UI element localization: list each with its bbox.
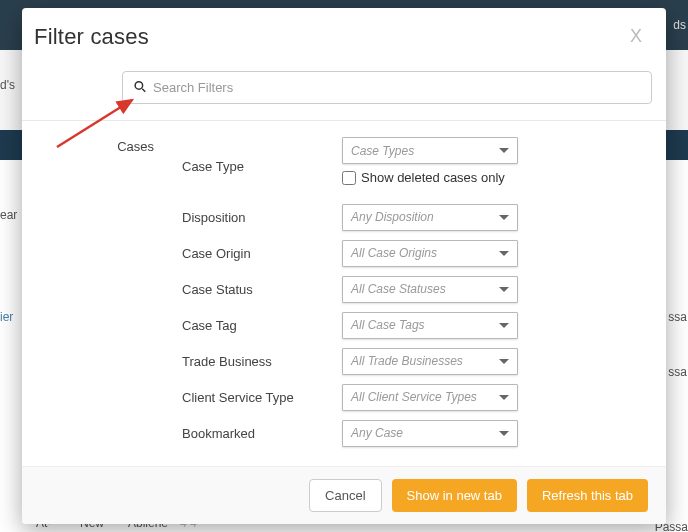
select-placeholder: All Client Service Types xyxy=(351,390,477,404)
section-cases: Cases Case Type Case Types Show deleted … xyxy=(22,121,666,466)
field-label-case-type: Case Type xyxy=(182,159,342,174)
refresh-this-tab-button[interactable]: Refresh this tab xyxy=(527,479,648,512)
bg-text: ssa xyxy=(668,365,687,379)
close-icon[interactable]: X xyxy=(626,22,646,51)
chevron-down-icon xyxy=(499,215,509,220)
field-label-case-status: Case Status xyxy=(182,282,342,297)
field-label-client-service-type: Client Service Type xyxy=(182,390,342,405)
search-filters-input[interactable] xyxy=(122,71,652,104)
show-deleted-label[interactable]: Show deleted cases only xyxy=(361,170,505,185)
field-label-case-origin: Case Origin xyxy=(182,246,342,261)
select-placeholder: Case Types xyxy=(351,144,414,158)
field-label-trade-business: Trade Business xyxy=(182,354,342,369)
cancel-button[interactable]: Cancel xyxy=(309,479,381,512)
chevron-down-icon xyxy=(499,395,509,400)
trade-business-select[interactable]: All Trade Businesses xyxy=(342,348,518,375)
bg-text: d's xyxy=(0,78,15,92)
field-label-case-tag: Case Tag xyxy=(182,318,342,333)
case-status-select[interactable]: All Case Statuses xyxy=(342,276,518,303)
search-row xyxy=(22,61,666,120)
chevron-down-icon xyxy=(499,431,509,436)
select-placeholder: All Case Origins xyxy=(351,246,437,260)
bg-text: ier xyxy=(0,310,13,324)
chevron-down-icon xyxy=(499,148,509,153)
case-type-select[interactable]: Case Types xyxy=(342,137,518,164)
field-label-bookmarked: Bookmarked xyxy=(182,426,342,441)
chevron-down-icon xyxy=(499,323,509,328)
show-in-new-tab-button[interactable]: Show in new tab xyxy=(392,479,517,512)
field-label-disposition: Disposition xyxy=(182,210,342,225)
section-label-cases: Cases xyxy=(22,137,182,455)
filter-cases-modal: Filter cases X Cases Case Type Case Type… xyxy=(22,8,666,524)
modal-title: Filter cases xyxy=(34,24,149,50)
case-origin-select[interactable]: All Case Origins xyxy=(342,240,518,267)
bg-text: ssa xyxy=(668,310,687,324)
bg-text: ds xyxy=(673,18,686,32)
modal-body: Cases Case Type Case Types Show deleted … xyxy=(22,120,666,466)
select-placeholder: Any Case xyxy=(351,426,403,440)
disposition-select[interactable]: Any Disposition xyxy=(342,204,518,231)
bookmarked-select[interactable]: Any Case xyxy=(342,420,518,447)
select-placeholder: Any Disposition xyxy=(351,210,434,224)
case-tag-select[interactable]: All Case Tags xyxy=(342,312,518,339)
chevron-down-icon xyxy=(499,251,509,256)
select-placeholder: All Case Tags xyxy=(351,318,425,332)
select-placeholder: All Case Statuses xyxy=(351,282,446,296)
chevron-down-icon xyxy=(499,359,509,364)
modal-header: Filter cases X xyxy=(22,8,666,61)
select-placeholder: All Trade Businesses xyxy=(351,354,463,368)
client-service-type-select[interactable]: All Client Service Types xyxy=(342,384,518,411)
modal-footer: Cancel Show in new tab Refresh this tab xyxy=(22,466,666,524)
show-deleted-checkbox[interactable] xyxy=(342,171,356,185)
bg-text: ear xyxy=(0,208,17,222)
chevron-down-icon xyxy=(499,287,509,292)
